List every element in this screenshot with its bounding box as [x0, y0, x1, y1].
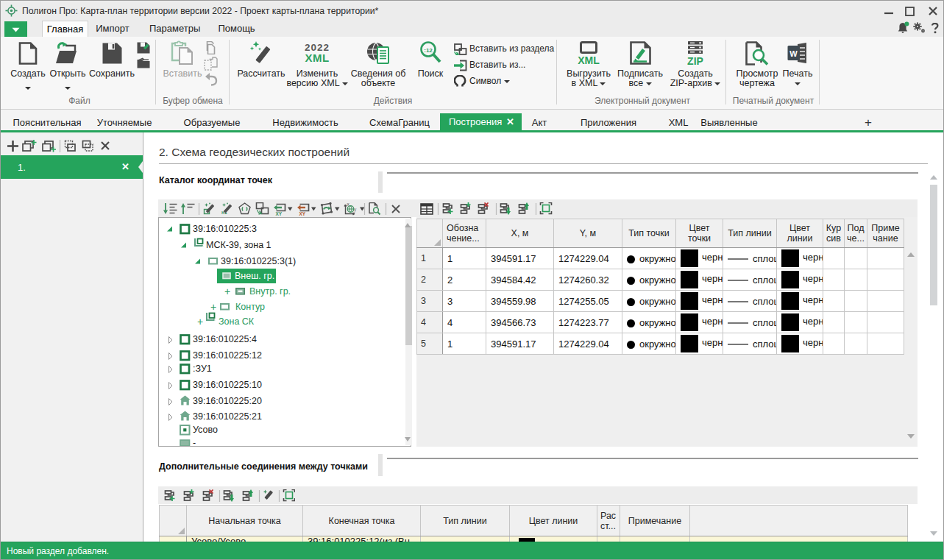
- svg-text:W: W: [789, 49, 798, 58]
- svg-text:XY: XY: [276, 211, 283, 216]
- svg-text::12: :12: [424, 47, 433, 54]
- svg-text:XY: XY: [299, 211, 306, 216]
- svg-text:y: y: [354, 207, 357, 213]
